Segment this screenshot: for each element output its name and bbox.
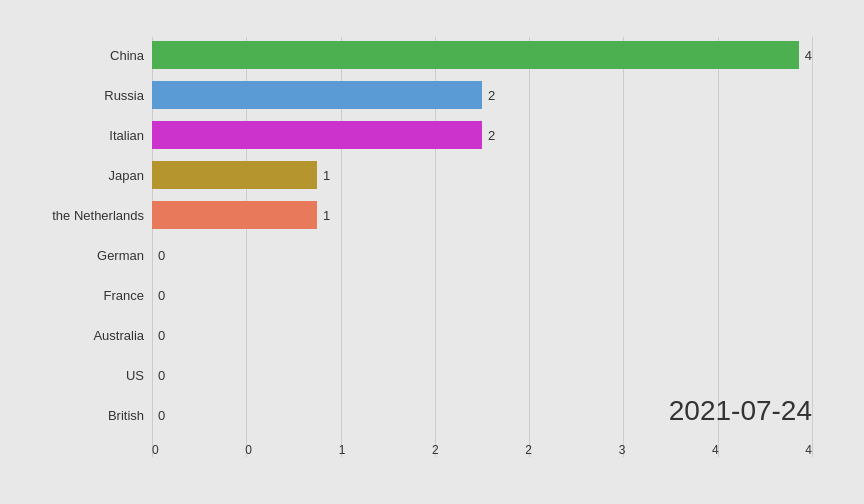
date-label: 2021-07-24: [669, 395, 812, 427]
bar-row: Russia2: [152, 77, 812, 113]
bar-label: France: [24, 288, 144, 303]
bar-value-label: 2: [488, 88, 495, 103]
bar-label: the Netherlands: [24, 208, 144, 223]
chart-container: China4Russia2Italian2Japan1the Netherlan…: [22, 17, 842, 487]
bar-fill: [152, 41, 799, 69]
bar-row: Italian2: [152, 117, 812, 153]
x-tick: 4: [712, 443, 719, 457]
bar-row: China4: [152, 37, 812, 73]
bars-container: China4Russia2Italian2Japan1the Netherlan…: [152, 37, 812, 433]
bar-label: Russia: [24, 88, 144, 103]
bar-wrapper: France0: [152, 281, 812, 309]
bar-row: US0: [152, 357, 812, 393]
bar-label: Italian: [24, 128, 144, 143]
bars-area: China4Russia2Italian2Japan1the Netherlan…: [152, 37, 812, 457]
bar-wrapper: US0: [152, 361, 812, 389]
bar-wrapper: China4: [152, 41, 812, 69]
bar-label: Australia: [24, 328, 144, 343]
bar-value-label: 4: [805, 48, 812, 63]
bar-wrapper: Russia2: [152, 81, 812, 109]
bar-fill: [152, 201, 317, 229]
bar-wrapper: the Netherlands1: [152, 201, 812, 229]
bar-value-label: 0: [158, 248, 165, 263]
x-tick: 2: [525, 443, 532, 457]
bar-label: China: [24, 48, 144, 63]
x-tick: 2: [432, 443, 439, 457]
bar-wrapper: German0: [152, 241, 812, 269]
x-tick: 0: [245, 443, 252, 457]
bar-wrapper: Japan1: [152, 161, 812, 189]
bar-label: US: [24, 368, 144, 383]
bar-label: British: [24, 408, 144, 423]
bar-value-label: 0: [158, 288, 165, 303]
bar-value-label: 1: [323, 168, 330, 183]
bar-value-label: 1: [323, 208, 330, 223]
bar-value-label: 0: [158, 408, 165, 423]
x-tick: 1: [339, 443, 346, 457]
x-axis: 0 0 1 2 2 3 4 4: [152, 443, 812, 457]
bar-row: France0: [152, 277, 812, 313]
bar-value-label: 0: [158, 368, 165, 383]
bar-fill: [152, 121, 482, 149]
bar-fill: [152, 161, 317, 189]
bar-fill: [152, 81, 482, 109]
bar-value-label: 0: [158, 328, 165, 343]
bar-row: the Netherlands1: [152, 197, 812, 233]
x-tick: 3: [619, 443, 626, 457]
bar-label: Japan: [24, 168, 144, 183]
x-tick: 4: [805, 443, 812, 457]
bar-wrapper: Australia0: [152, 321, 812, 349]
bar-value-label: 2: [488, 128, 495, 143]
bar-row: Japan1: [152, 157, 812, 193]
x-tick: 0: [152, 443, 159, 457]
bar-wrapper: Italian2: [152, 121, 812, 149]
bar-row: Australia0: [152, 317, 812, 353]
bar-label: German: [24, 248, 144, 263]
bar-row: German0: [152, 237, 812, 273]
